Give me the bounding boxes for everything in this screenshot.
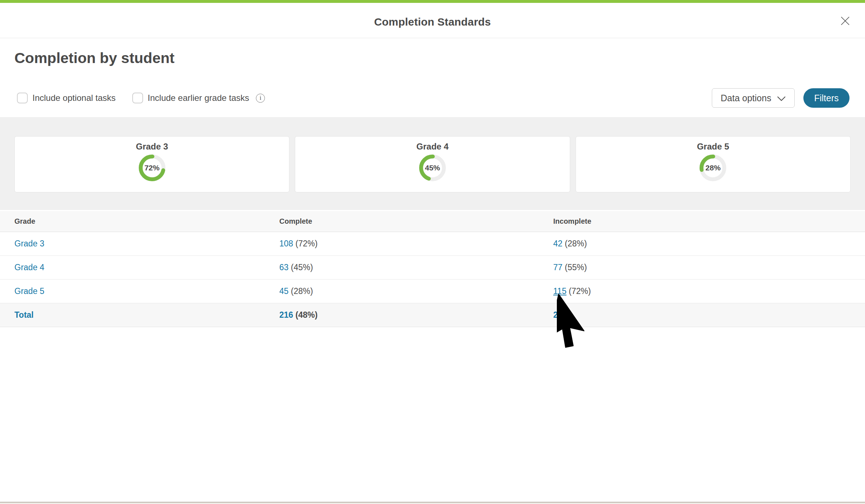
- grade-4-card-label: Grade 4: [416, 142, 448, 152]
- grade-5-card: Grade 5 28%: [576, 136, 851, 192]
- grade-3-complete-count-link[interactable]: 108: [279, 239, 293, 248]
- grade-5-donut-chart: 28%: [700, 155, 726, 181]
- include-earlier-grade-tasks-checkbox[interactable]: [132, 93, 143, 103]
- table-row-grade-4: Grade 4 63 (45%) 77 (55%): [0, 256, 865, 280]
- summary-cards-row: Grade 3 72% Grade 4 45%: [14, 136, 851, 192]
- grade-5-card-label: Grade 5: [697, 142, 729, 152]
- grade-3-incomplete-percent: (28%): [565, 239, 587, 248]
- total-complete-count: 216: [279, 310, 293, 320]
- column-header-complete: Complete: [279, 217, 553, 226]
- bottom-edge-divider: [0, 502, 865, 504]
- summary-cards-band: Grade 3 72% Grade 4 45%: [0, 117, 865, 210]
- include-optional-tasks-option[interactable]: Include optional tasks: [17, 93, 116, 103]
- grade-4-complete-percent: (45%): [291, 263, 313, 272]
- close-icon: [840, 22, 850, 27]
- grade-3-card: Grade 3 72%: [14, 136, 289, 192]
- completion-standards-modal: Completion Standards Completion by stude…: [0, 0, 865, 504]
- grade-4-complete-count-link[interactable]: 63: [279, 263, 289, 272]
- table-row-grade-3: Grade 3 108 (72%) 42 (28%): [0, 232, 865, 256]
- grade-4-incomplete-percent: (55%): [565, 263, 587, 272]
- table-row-grade-5: Grade 5 45 (28%) 115 (72%): [0, 280, 865, 303]
- table-header-row: Grade Complete Incomplete: [0, 211, 865, 232]
- info-icon[interactable]: i: [256, 94, 265, 103]
- table-row-total: Total 216 (48%) 234: [0, 303, 865, 327]
- grade-5-complete-percent: (28%): [291, 286, 313, 296]
- modal-title: Completion Standards: [0, 16, 865, 28]
- grade-5-incomplete-count-link[interactable]: 115: [553, 286, 567, 296]
- total-label: Total: [14, 310, 34, 320]
- grade-3-percent: 72%: [139, 155, 165, 181]
- checkbox-group: Include optional tasks Include earlier g…: [17, 88, 265, 108]
- top-accent-bar: [0, 0, 865, 3]
- total-complete-percent: (48%): [296, 310, 318, 320]
- include-optional-tasks-label: Include optional tasks: [32, 93, 116, 103]
- total-incomplete-count: 234: [553, 310, 567, 320]
- chevron-down-icon: [777, 93, 786, 103]
- grade-3-link[interactable]: Grade 3: [14, 239, 44, 248]
- grade-4-percent: 45%: [419, 155, 446, 181]
- grade-4-link[interactable]: Grade 4: [14, 263, 44, 272]
- grade-5-complete-count-link[interactable]: 45: [279, 286, 289, 296]
- grade-3-donut-chart: 72%: [139, 155, 165, 181]
- modal-header: Completion Standards: [0, 3, 865, 38]
- grade-3-incomplete-count-link[interactable]: 42: [553, 239, 563, 248]
- grade-5-link[interactable]: Grade 5: [14, 286, 44, 296]
- include-earlier-grade-tasks-option[interactable]: Include earlier grade tasks i: [132, 93, 265, 103]
- right-controls: Data options Filters: [712, 88, 850, 108]
- grade-5-percent: 28%: [700, 155, 726, 181]
- grade-3-complete-percent: (72%): [296, 239, 318, 248]
- page-title: Completion by student: [14, 50, 174, 67]
- grade-4-card: Grade 4 45%: [295, 136, 570, 192]
- grade-4-incomplete-count-link[interactable]: 77: [553, 263, 563, 272]
- close-button[interactable]: [840, 16, 851, 27]
- data-options-label: Data options: [721, 93, 771, 103]
- grade-3-card-label: Grade 3: [136, 142, 168, 152]
- controls-row: Include optional tasks Include earlier g…: [0, 88, 865, 108]
- include-optional-tasks-checkbox[interactable]: [17, 93, 28, 103]
- data-options-button[interactable]: Data options: [712, 88, 795, 108]
- column-header-grade: Grade: [14, 217, 279, 226]
- grade-4-donut-chart: 45%: [419, 155, 446, 181]
- column-header-incomplete: Incomplete: [553, 217, 865, 226]
- include-earlier-grade-tasks-label: Include earlier grade tasks: [148, 93, 249, 103]
- filters-button[interactable]: Filters: [803, 88, 850, 108]
- completion-table: Grade Complete Incomplete Grade 3 108 (7…: [0, 211, 865, 327]
- grade-5-incomplete-percent: (72%): [569, 286, 591, 296]
